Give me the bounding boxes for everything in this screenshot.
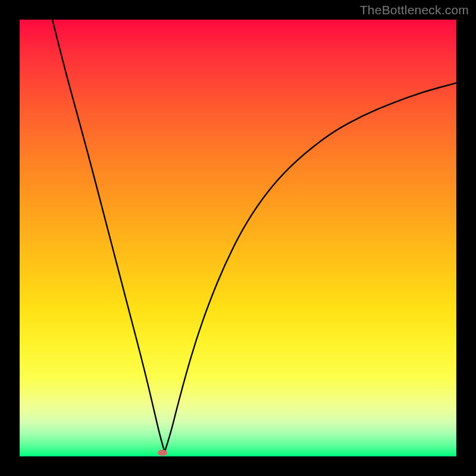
watermark-text: TheBottleneck.com (360, 3, 469, 17)
curve-svg (20, 20, 456, 456)
optimum-marker (158, 450, 167, 456)
plot-area (20, 20, 456, 456)
chart-frame: TheBottleneck.com (0, 0, 476, 476)
bottleneck-curve (52, 20, 456, 452)
